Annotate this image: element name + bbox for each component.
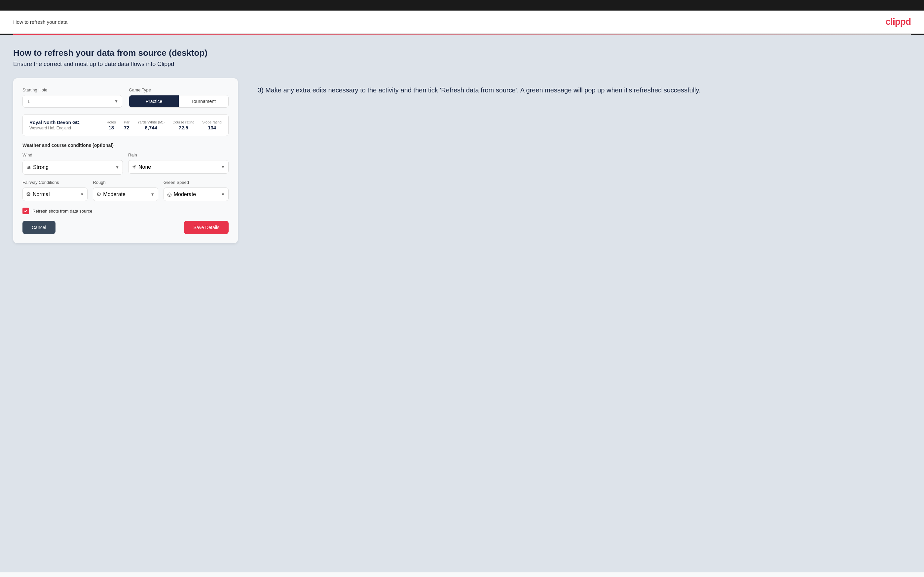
form-row-top: Starting Hole 1 ▼ Game Type Practice Tou… (23, 87, 229, 108)
main-content: How to refresh your data from source (de… (0, 35, 924, 572)
fairway-select[interactable]: Normal ▼ (23, 187, 87, 201)
button-row: Cancel Save Details (23, 221, 229, 234)
starting-hole-group: Starting Hole 1 ▼ (23, 87, 122, 108)
conditions-title: Weather and course conditions (optional) (23, 143, 229, 148)
rough-label: Rough (93, 180, 158, 185)
course-rating-value: 72.5 (179, 125, 188, 131)
starting-hole-select-wrapper: 1 ▼ (23, 95, 122, 108)
save-button[interactable]: Save Details (184, 221, 229, 234)
rain-icon (132, 164, 139, 170)
stat-yards: Yards/White (M)) 6,744 (137, 120, 165, 131)
slope-rating-value: 134 (208, 125, 216, 131)
green-speed-group: Green Speed Moderate ▼ (163, 180, 229, 201)
fairway-label: Fairway Conditions (23, 180, 87, 185)
side-text: 3) Make any extra edits necessary to the… (258, 78, 911, 95)
wind-select[interactable]: Strong ▼ (23, 160, 123, 175)
refresh-checkbox-label: Refresh shots from data source (32, 209, 92, 214)
game-type-label: Game Type (129, 87, 229, 92)
rain-label: Rain (128, 153, 229, 158)
rough-group: Rough Moderate ▼ (93, 180, 158, 201)
tournament-button[interactable]: Tournament (179, 95, 228, 107)
rough-arrow-icon: ▼ (151, 192, 155, 197)
rain-group: Rain None ▼ (128, 153, 229, 175)
practice-button[interactable]: Practice (129, 95, 179, 107)
page-subheading: Ensure the correct and most up to date d… (13, 61, 911, 68)
green-speed-value: Moderate (174, 192, 196, 197)
course-location: Westward Ho!, England (29, 126, 100, 131)
course-stats: Holes 18 Par 72 Yards/White (M)) 6,744 C… (107, 120, 222, 131)
stat-par: Par 72 (124, 120, 129, 131)
wind-value: Strong (33, 164, 48, 170)
footer: Copyright Clippd 2022 (0, 572, 924, 577)
fairway-icon (26, 191, 33, 197)
conditions-row-2: Fairway Conditions Normal ▼ Rough Modera… (23, 180, 229, 201)
top-bar (0, 0, 924, 11)
slope-rating-label: Slope rating (202, 120, 222, 124)
fairway-group: Fairway Conditions Normal ▼ (23, 180, 87, 201)
stat-course-rating: Course rating 72.5 (173, 120, 194, 131)
course-card: Royal North Devon GC, Westward Ho!, Engl… (23, 114, 229, 136)
course-rating-label: Course rating (173, 120, 194, 124)
content-layout: Starting Hole 1 ▼ Game Type Practice Tou… (13, 78, 911, 243)
rough-icon (97, 191, 103, 197)
conditions-row-1: Wind Strong ▼ Rain None ▼ (23, 153, 229, 175)
yards-label: Yards/White (M)) (137, 120, 165, 124)
rain-value: None (139, 164, 151, 170)
rough-value: Moderate (103, 192, 126, 197)
yards-value: 6,744 (145, 125, 157, 131)
holes-label: Holes (107, 120, 116, 124)
game-type-toggle: Practice Tournament (129, 95, 229, 108)
green-speed-arrow-icon: ▼ (221, 192, 225, 197)
header-title: How to refresh your data (13, 19, 68, 25)
side-description: 3) Make any extra edits necessary to the… (258, 85, 911, 95)
course-name: Royal North Devon GC, (29, 120, 100, 125)
par-label: Par (124, 120, 129, 124)
stat-holes: Holes 18 (107, 120, 116, 131)
rain-select[interactable]: None ▼ (128, 160, 229, 174)
course-info: Royal North Devon GC, Westward Ho!, Engl… (29, 120, 100, 131)
logo: clippd (886, 16, 911, 27)
starting-hole-label: Starting Hole (23, 87, 122, 92)
form-panel: Starting Hole 1 ▼ Game Type Practice Tou… (13, 78, 238, 243)
wind-label: Wind (23, 153, 123, 158)
game-type-group: Game Type Practice Tournament (129, 87, 229, 108)
green-speed-select[interactable]: Moderate ▼ (163, 187, 229, 201)
green-speed-icon (167, 191, 174, 197)
refresh-checkbox[interactable] (23, 208, 29, 214)
green-speed-label: Green Speed (163, 180, 229, 185)
wind-group: Wind Strong ▼ (23, 153, 123, 175)
rough-select[interactable]: Moderate ▼ (93, 187, 158, 201)
par-value: 72 (124, 125, 129, 131)
header: How to refresh your data clippd (0, 11, 924, 34)
fairway-value: Normal (33, 192, 50, 197)
holes-value: 18 (108, 125, 114, 131)
cancel-button[interactable]: Cancel (23, 221, 55, 234)
wind-arrow-icon: ▼ (115, 165, 119, 170)
fairway-arrow-icon: ▼ (80, 192, 84, 197)
stat-slope-rating: Slope rating 134 (202, 120, 222, 131)
wind-icon (26, 164, 33, 171)
refresh-checkbox-row: Refresh shots from data source (23, 208, 229, 214)
rain-arrow-icon: ▼ (221, 165, 225, 169)
page-heading: How to refresh your data from source (de… (13, 48, 911, 58)
starting-hole-select[interactable]: 1 (23, 95, 122, 108)
